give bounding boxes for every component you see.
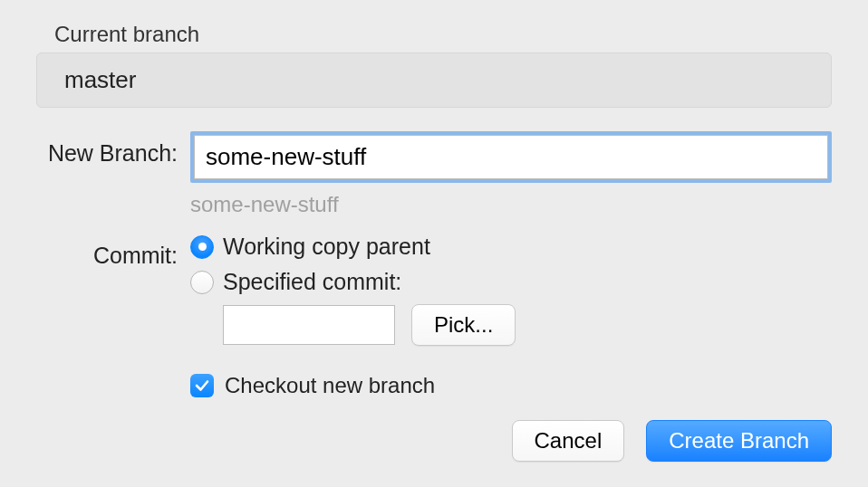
new-branch-hint: some-new-stuff	[190, 192, 832, 217]
radio-working-copy[interactable]	[190, 235, 214, 259]
checkout-checkbox[interactable]	[190, 374, 214, 397]
current-branch-value: master	[36, 53, 832, 108]
new-branch-focus-ring	[190, 131, 832, 183]
current-branch-label: Current branch	[54, 22, 832, 47]
pick-button[interactable]: Pick...	[411, 304, 516, 346]
commit-label: Commit:	[36, 234, 190, 269]
specified-commit-input[interactable]	[223, 305, 395, 345]
create-branch-button[interactable]: Create Branch	[646, 420, 832, 462]
cancel-button[interactable]: Cancel	[512, 420, 625, 462]
new-branch-label: New Branch:	[36, 131, 190, 167]
radio-specified-commit-label: Specified commit:	[223, 269, 401, 295]
radio-specified-commit[interactable]	[190, 271, 214, 294]
new-branch-input[interactable]	[194, 135, 828, 179]
radio-working-copy-label: Working copy parent	[223, 234, 430, 260]
check-icon	[194, 377, 210, 394]
create-branch-dialog: Current branch master New Branch: some-n…	[0, 0, 868, 487]
checkout-checkbox-label: Checkout new branch	[225, 373, 435, 398]
